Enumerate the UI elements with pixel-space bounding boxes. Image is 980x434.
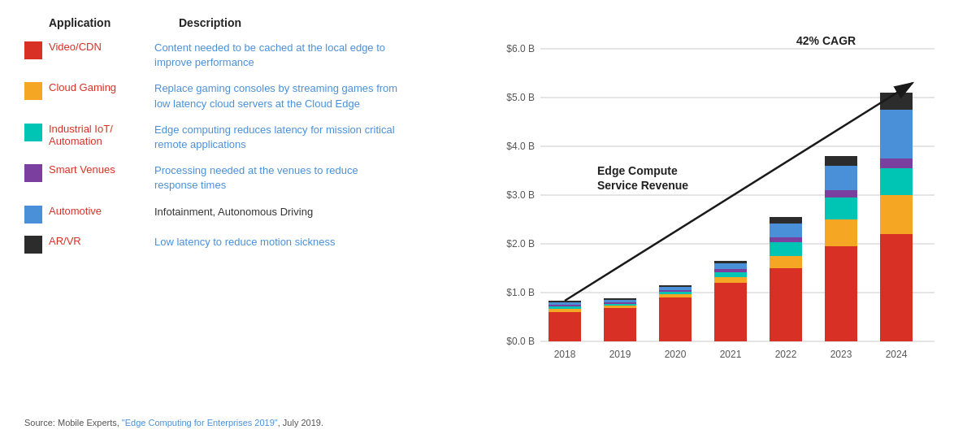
- legend-app-name: Video/CDN: [49, 41, 154, 53]
- svg-rect-30: [659, 287, 692, 290]
- svg-text:2018: 2018: [554, 349, 576, 360]
- svg-text:$3.0 B: $3.0 B: [506, 189, 535, 201]
- svg-rect-51: [880, 195, 913, 234]
- svg-rect-43: [770, 217, 802, 224]
- svg-text:2022: 2022: [775, 349, 797, 360]
- svg-rect-31: [659, 285, 692, 287]
- legend-color-box: [24, 82, 42, 100]
- legend-item: Cloud GamingReplace gaming consoles by s…: [24, 81, 496, 111]
- svg-text:2020: 2020: [665, 349, 687, 360]
- svg-rect-28: [659, 292, 692, 294]
- source-suffix: , July 2019.: [278, 418, 323, 427]
- svg-rect-38: [770, 268, 802, 341]
- source-bar: Source: Mobile Experts, "Edge Computing …: [0, 414, 980, 434]
- svg-rect-54: [880, 110, 913, 158]
- legend-app-desc: Content needed to be cached at the local…: [154, 41, 398, 70]
- svg-rect-47: [825, 190, 857, 197]
- legend-item: AR/VRLow latency to reduce motion sickne…: [24, 235, 496, 254]
- svg-text:2019: 2019: [609, 349, 631, 360]
- svg-text:$6.0 B: $6.0 B: [506, 43, 535, 54]
- svg-rect-25: [604, 298, 636, 300]
- svg-rect-36: [714, 263, 747, 269]
- svg-text:$5.0 B: $5.0 B: [506, 92, 535, 103]
- svg-rect-27: [659, 294, 692, 297]
- source-link[interactable]: "Edge Computing for Enterprises 2019": [122, 418, 278, 427]
- svg-rect-50: [880, 234, 913, 341]
- svg-rect-52: [880, 168, 913, 195]
- legend-app-desc: Edge computing reduces latency for missi…: [154, 123, 398, 152]
- legend-app-name: Automotive: [49, 205, 154, 217]
- svg-rect-40: [770, 242, 802, 256]
- legend-app-name: Cloud Gaming: [49, 81, 154, 93]
- svg-rect-45: [825, 219, 857, 246]
- svg-text:2024: 2024: [886, 349, 908, 360]
- svg-rect-23: [604, 302, 636, 304]
- svg-rect-24: [604, 300, 636, 302]
- legend-color-box: [24, 164, 42, 182]
- legend-app-desc: Processing needed at the venues to reduc…: [154, 163, 398, 193]
- legend-app-desc: Infotainment, Autonomous Driving: [154, 205, 313, 219]
- legend-items: Video/CDNContent needed to be cached at …: [24, 41, 496, 254]
- chart-section: $6.0 B $5.0 B $4.0 B $3.0 B $2.0 B $1.0 …: [496, 16, 956, 406]
- svg-rect-35: [714, 269, 747, 272]
- svg-rect-41: [770, 237, 802, 242]
- legend-header-application: Application: [49, 16, 179, 29]
- svg-text:$2.0 B: $2.0 B: [506, 238, 535, 250]
- svg-rect-18: [549, 302, 581, 305]
- svg-rect-32: [714, 283, 747, 341]
- source-text: Source: Mobile Experts,: [24, 418, 122, 427]
- svg-rect-44: [825, 246, 857, 341]
- svg-rect-20: [604, 308, 636, 341]
- legend-app-desc: Replace gaming consoles by streaming gam…: [154, 81, 398, 111]
- svg-rect-16: [549, 306, 581, 309]
- svg-rect-26: [659, 297, 692, 341]
- legend-app-name: AR/VR: [49, 235, 154, 247]
- svg-rect-15: [549, 309, 581, 312]
- svg-text:42% CAGR: 42% CAGR: [796, 34, 856, 47]
- svg-rect-34: [714, 272, 747, 277]
- legend-item: AutomotiveInfotainment, Autonomous Drivi…: [24, 205, 496, 224]
- svg-text:Service Revenue: Service Revenue: [597, 179, 688, 192]
- legend-color-box: [24, 41, 42, 59]
- legend-header-description: Description: [179, 16, 241, 29]
- svg-rect-37: [714, 261, 747, 263]
- legend-color-box: [24, 124, 42, 141]
- svg-rect-17: [549, 305, 581, 306]
- legend-app-name: Industrial IoT/ Automation: [49, 123, 154, 147]
- legend-item: Industrial IoT/ AutomationEdge computing…: [24, 123, 496, 152]
- svg-rect-29: [659, 290, 692, 292]
- svg-rect-53: [880, 158, 913, 168]
- svg-rect-21: [604, 306, 636, 308]
- svg-text:2023: 2023: [830, 349, 852, 360]
- legend-header: Application Description: [24, 16, 496, 29]
- svg-rect-42: [770, 224, 802, 237]
- legend-color-box: [24, 236, 42, 254]
- legend-app-desc: Low latency to reduce motion sickness: [154, 235, 336, 250]
- svg-rect-39: [770, 256, 802, 268]
- legend-app-name: Smart Venues: [49, 163, 154, 176]
- svg-rect-14: [549, 312, 581, 341]
- svg-text:2021: 2021: [720, 349, 742, 360]
- svg-text:Edge Compute: Edge Compute: [597, 164, 678, 177]
- legend-section: Application Description Video/CDNContent…: [24, 16, 496, 406]
- svg-rect-49: [825, 156, 857, 166]
- svg-text:$1.0 B: $1.0 B: [506, 287, 535, 298]
- svg-rect-22: [604, 304, 636, 306]
- svg-rect-19: [549, 301, 581, 302]
- legend-item: Smart VenuesProcessing needed at the ven…: [24, 163, 496, 193]
- svg-rect-46: [825, 197, 857, 219]
- svg-text:$0.0 B: $0.0 B: [506, 336, 535, 347]
- legend-color-box: [24, 206, 42, 224]
- svg-text:$4.0 B: $4.0 B: [506, 141, 535, 152]
- svg-rect-48: [825, 166, 857, 190]
- legend-item: Video/CDNContent needed to be cached at …: [24, 41, 496, 70]
- svg-rect-33: [714, 277, 747, 283]
